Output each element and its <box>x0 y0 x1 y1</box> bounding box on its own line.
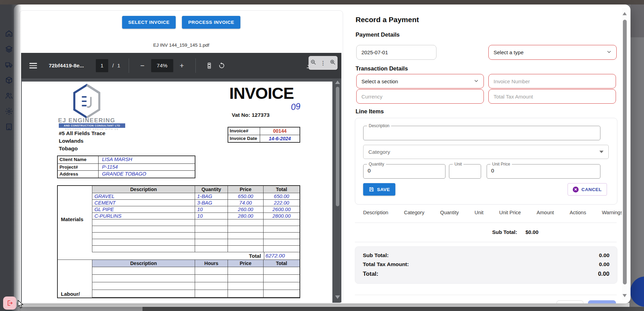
table-cell: Description <box>92 186 195 193</box>
unit-label: Unit <box>453 162 463 167</box>
record-payment-modal: SELECT INVOICE PROCESS INVOICE EJ INV 14… <box>14 4 631 303</box>
line-items-subtotal: Sub Total: $0.00 <box>492 229 539 235</box>
fit-page-icon[interactable] <box>204 60 214 71</box>
panel-scrollbar[interactable] <box>622 8 628 300</box>
modal-submit-button[interactable]: Submit <box>588 300 616 303</box>
pdf-canvas: EJ ENGINEERING AND CONSTRUCTION CONSULTA… <box>21 78 341 303</box>
process-invoice-button[interactable]: PROCESS INVOICE <box>182 16 240 29</box>
scroll-down-icon[interactable] <box>335 295 340 299</box>
truck-icon <box>5 60 13 69</box>
table-cell <box>228 275 264 282</box>
scroll-up-icon[interactable] <box>623 12 627 15</box>
logout-button[interactable] <box>3 296 16 310</box>
section-select[interactable]: Select a section <box>356 74 484 88</box>
table-cell: Client NameLISA MARSH <box>58 156 195 163</box>
table-cell <box>195 246 228 252</box>
modal-title: Record a Payment <box>356 16 419 24</box>
totals-grand-total-row: Total:0.00 <box>363 269 609 279</box>
table-cell <box>264 246 300 252</box>
save-button[interactable]: SAVE <box>363 183 395 196</box>
pdf-scrollbar[interactable] <box>335 78 340 303</box>
table-cell <box>92 275 195 282</box>
subtotal-value: $0.00 <box>525 229 539 235</box>
table-cell <box>264 239 300 246</box>
column-header: Unit <box>475 210 484 215</box>
pdf-toolbar: 72bf4419-8e... 1 / 1 − 74% + <box>21 53 341 78</box>
table-cell: GRAVEL <box>92 193 195 200</box>
description-input[interactable]: Description <box>363 126 600 140</box>
rotate-icon[interactable] <box>217 60 227 71</box>
quantity-input[interactable]: Quantity 0 <box>363 164 445 179</box>
section-value: Select a section <box>361 78 398 84</box>
table-cell <box>92 290 300 298</box>
table-cell: Description <box>92 260 195 267</box>
more-options-icon[interactable]: ⋮ <box>320 62 326 64</box>
save-button-label: SAVE <box>377 187 390 192</box>
client-table: Client NameLISA MARSHProject#P-1154Addre… <box>57 156 195 178</box>
sidebar-item-home[interactable] <box>4 29 14 38</box>
unit-input[interactable]: Unit <box>449 164 481 179</box>
invoice-title: INVOICE <box>229 84 294 103</box>
payment-date-input[interactable]: 2025-07-01 <box>356 45 436 60</box>
horizontal-scrollbar-thumb[interactable] <box>19 307 142 311</box>
payment-type-select[interactable]: Select a type <box>488 45 617 60</box>
table-cell: AddressGRANDE TOBAGO <box>58 170 195 178</box>
backdrop <box>631 4 644 37</box>
page-number-input[interactable]: 1 <box>96 59 108 72</box>
total-tax-input[interactable]: Total Tax Amount <box>488 89 616 104</box>
table-cell <box>228 219 264 226</box>
save-disk-icon <box>369 187 374 192</box>
payment-details-heading: Payment Details <box>356 31 399 38</box>
table-cell: Total <box>264 260 300 267</box>
modal-cancel-button[interactable]: Cancel <box>556 300 583 303</box>
line-items-table-header: DescriptionCategoryQuantityUnitUnit Pric… <box>356 210 628 215</box>
cancel-line-item-button[interactable]: ✕ CANCEL <box>568 183 607 196</box>
sidebar-item-inventory[interactable] <box>4 75 14 85</box>
company-address-line: Lowlands <box>59 138 83 144</box>
floating-action-button[interactable] <box>630 276 644 307</box>
currency-input[interactable]: Currency <box>356 89 484 104</box>
table-cell <box>228 267 264 275</box>
magnifier-zoom-out-icon[interactable] <box>310 59 316 67</box>
toolbar-divider <box>195 58 196 73</box>
scroll-up-icon[interactable] <box>335 81 340 84</box>
table-cell <box>92 275 300 282</box>
unit-price-input[interactable]: Unit Price 0 <box>487 164 600 179</box>
column-header: Quantity <box>440 210 459 215</box>
sidebar-item-settings[interactable] <box>4 106 14 116</box>
gear-icon <box>5 107 13 115</box>
table-cell: 00144 <box>260 128 300 135</box>
table-cell: Quantity <box>195 186 228 193</box>
pdf-scrollbar-thumb[interactable] <box>336 87 339 206</box>
page-total: 1 <box>117 63 120 69</box>
sidebar-item-company[interactable] <box>4 122 14 132</box>
table-cell <box>228 233 264 239</box>
zoom-in-button[interactable]: + <box>177 60 187 71</box>
sidebar-item-layers[interactable] <box>4 44 14 54</box>
zoom-out-button[interactable]: − <box>137 60 148 71</box>
table-cell <box>264 226 300 233</box>
subtotal-label: Sub Total: <box>492 229 517 235</box>
scroll-down-icon[interactable] <box>623 294 627 297</box>
table-cell: 650.00 <box>264 193 300 200</box>
category-select[interactable]: Category <box>363 145 609 159</box>
table-cell <box>264 219 300 226</box>
panel-scrollbar-thumb[interactable] <box>623 20 627 284</box>
zoom-level-input[interactable]: 74% <box>151 59 173 72</box>
table-cell: Client Name <box>58 156 99 163</box>
magnifier-zoom-in-icon[interactable] <box>330 59 336 67</box>
description-label: Description <box>367 123 391 128</box>
sidebar-item-users[interactable] <box>4 91 14 101</box>
table-cell: Total: <box>363 271 378 277</box>
invoice-number-input[interactable]: Invoice Number <box>488 74 616 88</box>
dropdown-arrow-icon <box>599 151 604 153</box>
totals-row: Sub Total:0.00 <box>363 251 609 260</box>
menu-icon[interactable] <box>29 63 37 68</box>
table-cell <box>92 267 300 275</box>
select-invoice-button[interactable]: SELECT INVOICE <box>122 16 176 29</box>
table-cell <box>92 282 195 290</box>
materials-total-value: 6272.00 <box>264 252 300 260</box>
labour-section: Labour/ DescriptionHoursPriceTotal <box>58 260 300 298</box>
sidebar-item-deliveries[interactable] <box>4 60 14 69</box>
table-cell <box>92 246 300 252</box>
